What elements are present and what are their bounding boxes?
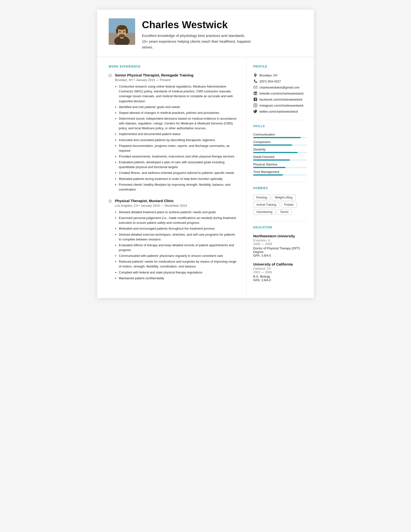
phone-icon [253,79,257,84]
bullet-item: Reduced patients' needs for medications … [119,259,237,269]
skill-bar-fill [253,144,292,146]
skill-bar-fill [253,167,285,168]
location-text: Brooklyn, NY [259,74,278,77]
bullet-item: Conducted research using online federal … [119,84,237,104]
bullet-item: Prepared documentation, progress notes, … [119,143,237,153]
skill-bar-fill [253,174,283,176]
candidate-tagline: Excellent knowledge of physiology best p… [142,33,302,50]
svg-point-16 [254,92,255,93]
job-header: Senior Physical Therapist, Renegade Trai… [109,73,237,77]
edu-degree: B.S. Biology [253,275,307,278]
job-title: Senior Physical Therapist, Renegade Trai… [115,73,193,77]
skill-name: Detail-Oriented [253,155,307,159]
svg-point-11 [123,31,125,33]
education-section: EDUCATION Northwestern University Evanst… [253,226,307,282]
location-icon [253,73,257,77]
hobby-tag: Tennis [277,209,292,215]
twitter-icon [253,109,257,114]
job-item: Senior Physical Therapist, Renegade Trai… [109,73,237,192]
svg-point-7 [116,28,118,34]
skill-bar-bg [253,174,307,176]
email-icon [253,85,257,89]
bullet-item: Maintained patient confidentiality [119,276,237,281]
skill-row: Time Management [253,170,307,176]
hobby-tag: Weight-Lifting [272,195,296,200]
bullet-item: Evaluated patients, developed a plan of … [119,160,237,170]
profile-section: PROFILE Brooklyn, NY (507 [253,65,307,114]
bullet-item: Provided assessments, treatments, instru… [119,154,237,159]
edu-item: Northwestern University Evanston, IL 200… [253,234,307,257]
bullet-item: Determined sound, independent decisions … [119,116,237,131]
skill-row: Detail-Oriented [253,155,307,161]
svg-rect-13 [254,86,257,88]
bullet-item: Devised detailed exercise techniques, st… [119,232,237,242]
bullet-item: Communicated with patients' physicians r… [119,254,237,258]
profile-location: Brooklyn, NY [253,73,307,77]
header-section: Charles Westwick Excellent knowledge of … [97,10,314,57]
bullet-item: Implemented and documented patient statu… [119,132,237,136]
skills-section: SKILLS Communication Compassion Dexterit… [253,124,307,176]
bullet-item: Motivated patients during treatment in o… [119,177,237,181]
svg-point-12 [121,33,122,34]
candidate-name: Charles Westwick [142,19,302,30]
skill-row: Physical Stamina [253,162,307,168]
job-bullets: Conducted research using online federal … [115,84,237,192]
education-title: EDUCATION [253,226,307,230]
job-circle-icon [109,74,111,77]
job-meta: Brooklyn, NY • January 2015 — Present [115,78,237,82]
edu-item: University of California Oakland, CA 200… [253,262,307,282]
bullet-item: Created fitness- and wellness-oriented p… [119,171,237,175]
skill-bar-fill [253,137,301,138]
skill-row: Communication [253,133,307,138]
skill-bar-bg [253,137,307,138]
work-experience-section: WORK EXPERIENCE Senior Physical Therapis… [109,65,237,281]
bullet-item: Complied with federal and state physical… [119,270,237,275]
edu-years: 2002 — 2006 [253,270,307,274]
hobby-tag: Frisbee [281,202,297,208]
bullet-item: Exercised personal judgement (i.e., made… [119,216,237,225]
twitter-text: twitter.com/charleswestwick [259,110,298,113]
right-column: PROFILE Brooklyn, NY (507 [247,57,314,296]
instagram-text: instagram.com/charleswestwick [259,104,303,107]
skill-row: Dexterity [253,148,307,153]
edu-years: 2006 — 2009 [253,242,307,246]
job-item: Physical Therapist, Mustard Clinic Los A… [109,199,237,281]
avatar [109,18,135,45]
job-title: Physical Therapist, Mustard Clinic [115,199,174,203]
profile-instagram: instagram.com/charleswestwick [253,103,307,108]
profile-title: PROFILE [253,65,307,69]
profile-linkedin: linkedin.com/in/charleswestwick [253,91,307,95]
facebook-icon [253,97,257,102]
skill-name: Physical Stamina [253,162,307,166]
skill-name: Time Management [253,170,307,174]
svg-point-10 [119,31,121,33]
skill-bar-bg [253,144,307,146]
edu-school: University of California [253,262,307,266]
bullet-item: Instructed and counseled patients by des… [119,138,237,142]
edu-degree: Doctor of Physical Therapy (DPT) Degree [253,247,307,254]
profile-email: charleswestwick@gmail.com [253,85,307,89]
skill-name: Dexterity [253,148,307,151]
svg-point-6 [117,25,127,30]
svg-point-8 [126,28,128,34]
svg-point-19 [255,105,256,106]
skill-bar-fill [253,159,290,161]
job-circle-icon [109,200,111,203]
hobby-tag: Volunteering [253,209,276,215]
bullet-item: Promoted clients' healthy lifestyles by … [119,182,237,192]
edu-school: Northwestern University [253,234,307,238]
edu-location: Evanston, IL [253,238,307,242]
divider [253,120,307,120]
bullet-item: Stayed abreast of changes in medical pra… [119,110,237,115]
instagram-icon [253,103,257,108]
divider [253,182,307,182]
skill-bar-fill [253,152,298,153]
linkedin-text: linkedin.com/in/charleswestwick [259,92,304,95]
bullet-item: Motivated and encouraged patients throug… [119,226,237,231]
hobby-tag: Running [253,195,270,200]
skills-title: SKILLS [253,124,307,129]
edu-gpa: GPA: 3.8/4.0 [253,254,307,257]
skill-row: Compassion [253,140,307,146]
phone-text: (507) 004-4327 [259,80,281,83]
skill-bar-bg [253,152,307,153]
